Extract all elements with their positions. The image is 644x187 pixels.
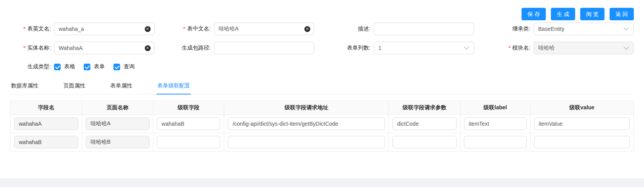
table-row [11, 133, 634, 151]
table-cn-name-control [214, 23, 315, 35]
field-table-cn-name: 表中文名: [170, 23, 315, 35]
col-header-cascade-field: 级联字段 [153, 101, 224, 115]
preview-button[interactable]: 阅 览 [580, 8, 604, 20]
col-header-cascade-request-url: 级联字段请求地址 [224, 101, 389, 115]
checkbox-query-checked-icon[interactable] [113, 64, 120, 70]
checkbox-form-label[interactable]: 表单 [94, 63, 105, 70]
cascade-value-cell-input[interactable] [534, 118, 630, 130]
field-name-cell-input [14, 136, 78, 148]
table-row [11, 115, 634, 133]
extend-class-select[interactable]: BaseEntity [534, 23, 634, 35]
entity-name-label: 实体名称: [10, 45, 54, 52]
cascade-request-param-cell-input[interactable] [392, 136, 457, 148]
table-en-name-control [54, 23, 155, 35]
table-cn-name-input[interactable] [214, 23, 315, 35]
tab-form-properties[interactable]: 表单属性 [110, 80, 133, 94]
generate-button[interactable]: 生 成 [551, 8, 575, 20]
col-header-cascade-label: 级联label [461, 101, 530, 115]
field-entity-name: 实体名称: [10, 42, 155, 54]
table-en-name-input[interactable] [54, 23, 155, 35]
code-generator-config-page: 保 存 生 成 阅 览 返 回 表英文名: 表中文名: 描述: [0, 0, 644, 187]
field-module-name: 模块名: 哇哈哈 [490, 42, 634, 54]
package-path-control [214, 42, 315, 54]
page-name-cell-input [86, 118, 149, 130]
description-control [374, 23, 474, 35]
field-table-en-name: 表英文名: [10, 23, 155, 35]
cascade-request-param-cell-input[interactable] [392, 118, 457, 130]
clear-circle-icon[interactable] [304, 26, 310, 32]
col-header-cascade-value: 级联value [530, 101, 633, 115]
chevron-down-icon [624, 25, 629, 30]
page-name-cell-input [86, 136, 149, 148]
chevron-down-icon [624, 45, 629, 50]
col-header-field-name: 字段名 [11, 101, 82, 115]
checkbox-form-checked-icon[interactable] [84, 64, 90, 70]
cascade-request-url-cell-input[interactable] [228, 118, 385, 130]
form-columns-select[interactable]: 1 [374, 42, 474, 54]
description-input[interactable] [374, 23, 474, 35]
col-header-page-name: 页面名称 [82, 101, 153, 115]
chevron-down-icon [464, 45, 469, 50]
cascade-config-table: 字段名 页面名称 级联字段 级联字段请求地址 级联字段请求参数 级联label … [10, 101, 634, 151]
toolbar: 保 存 生 成 阅 览 返 回 [10, 8, 634, 20]
cascade-field-cell-input[interactable] [157, 118, 221, 130]
entity-name-control [54, 42, 155, 54]
form-columns-label: 表单列数: [330, 45, 374, 52]
checkbox-query-label[interactable]: 查询 [124, 63, 135, 70]
save-button[interactable]: 保 存 [522, 8, 546, 20]
checkbox-table-label[interactable]: 表格 [64, 63, 75, 70]
tab-database-properties[interactable]: 数据库属性 [10, 80, 39, 94]
form-columns-value: 1 [378, 45, 381, 51]
generation-type-label: 生成类型: [10, 63, 54, 70]
tab-form-cascade-config[interactable]: 表单级联配置 [157, 80, 191, 94]
table-en-name-label: 表英文名: [10, 25, 54, 32]
package-path-label: 生成包路径: [170, 45, 214, 52]
description-label: 描述: [330, 25, 374, 32]
checkbox-table-checked-icon[interactable] [54, 64, 61, 70]
extend-class-value: BaseEntity [538, 26, 565, 32]
cascade-config-table-wrap: 字段名 页面名称 级联字段 级联字段请求地址 级联字段请求参数 级联label … [10, 101, 634, 151]
clear-circle-icon[interactable] [145, 26, 151, 32]
cascade-field-cell-input[interactable] [157, 136, 221, 148]
package-path-input[interactable] [214, 42, 315, 54]
table-header-row: 字段名 页面名称 级联字段 级联字段请求地址 级联字段请求参数 级联label … [11, 101, 634, 115]
module-name-value: 哇哈哈 [538, 45, 555, 52]
tab-page-properties[interactable]: 页面属性 [63, 80, 86, 94]
col-header-cascade-request-param: 级联字段请求参数 [389, 101, 460, 115]
tab-bar: 数据库属性 页面属性 表单属性 表单级联配置 [10, 80, 634, 94]
field-name-cell-input [14, 118, 78, 130]
page-background-strip [0, 178, 644, 187]
field-extend-class: 继承类: BaseEntity [490, 23, 634, 35]
module-name-label: 模块名: [490, 45, 534, 52]
extend-class-label: 继承类: [490, 25, 534, 32]
generation-type-checkboxes: 表格 表单 查询 [54, 63, 143, 70]
field-description: 描述: [330, 23, 474, 35]
field-form-columns: 表单列数: 1 [330, 42, 474, 54]
clear-circle-icon[interactable] [145, 45, 151, 51]
back-button[interactable]: 返 回 [610, 8, 634, 20]
config-form: 表英文名: 表中文名: 描述: 继承类: BaseEntity [10, 23, 634, 54]
cascade-label-cell-input[interactable] [464, 118, 526, 130]
field-package-path: 生成包路径: [170, 42, 315, 54]
generation-type-row: 生成类型: 表格 表单 查询 [10, 62, 634, 71]
cascade-value-cell-input[interactable] [534, 136, 630, 148]
module-name-select[interactable]: 哇哈哈 [534, 42, 634, 54]
entity-name-input[interactable] [54, 42, 155, 54]
cascade-label-cell-input[interactable] [464, 136, 526, 148]
table-cn-name-label: 表中文名: [170, 25, 214, 32]
cascade-request-url-cell-input[interactable] [228, 136, 385, 148]
